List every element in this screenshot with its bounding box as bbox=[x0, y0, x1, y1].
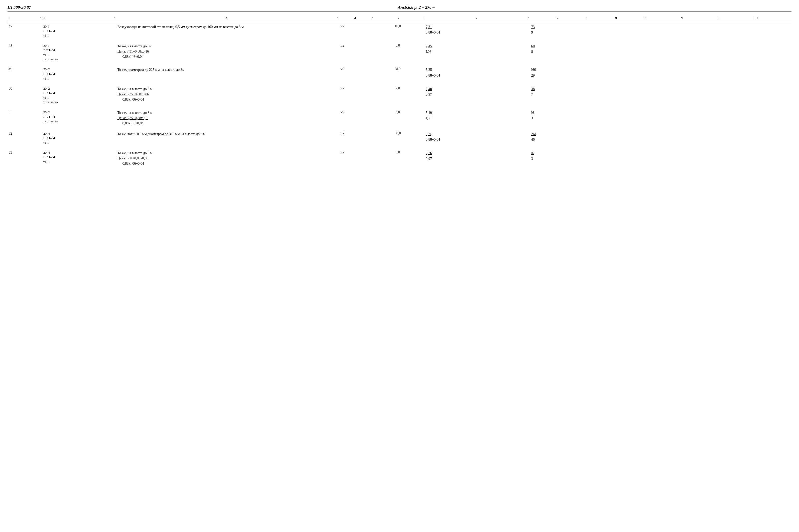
row-description: То же, на высоте до 8 мЦена: 5,35+0,88х0… bbox=[116, 108, 336, 128]
price-note: Цена: 5,35+0,88х0,06 bbox=[117, 92, 335, 97]
sep bbox=[336, 108, 339, 128]
col-header-6: 6 bbox=[425, 15, 527, 22]
price-bottom: 0,88+0,04 bbox=[426, 30, 526, 35]
table-row: 4820–IЭСН–84тI–Iтехн.частьТо же, на высо… bbox=[7, 41, 792, 64]
sep bbox=[113, 84, 116, 107]
row-total: 608 bbox=[530, 41, 585, 64]
row-number: 52 bbox=[7, 129, 39, 147]
sep bbox=[527, 22, 530, 40]
col-9-empty bbox=[647, 148, 718, 168]
col-10-empty bbox=[721, 148, 792, 168]
sep bbox=[113, 41, 116, 64]
row-price: 5,49I,06 bbox=[425, 108, 527, 128]
sep bbox=[527, 108, 530, 128]
price-top: 7,31 bbox=[426, 24, 526, 30]
total-bottom: 3 bbox=[531, 156, 584, 162]
total-bottom: 9 bbox=[531, 30, 584, 35]
row-description: То же, диаметром до 225 мм на высоте до … bbox=[116, 65, 336, 83]
price-top: 5,2I bbox=[426, 131, 526, 137]
row-qty: 3,0 bbox=[374, 108, 421, 128]
sep bbox=[527, 148, 530, 168]
sep bbox=[371, 41, 374, 64]
sep bbox=[585, 65, 588, 83]
desc-text: То же, на высоте до 8 м bbox=[117, 110, 335, 115]
row-description: То же, на высоте до 8мЦена: 7,31+0,88х0,… bbox=[116, 41, 336, 64]
row-unit: м2 bbox=[339, 84, 371, 107]
main-table: I : 2 : 3 : 4 : 5 : 6 : 7 : 8 : 9 : IO 4… bbox=[7, 15, 792, 168]
table-row: 5020–2ЭСН–84тI–Iтехн.частьТо же, на высо… bbox=[7, 84, 792, 107]
row-total: I63 bbox=[530, 108, 585, 128]
col-header-1: I bbox=[7, 15, 39, 22]
desc-text: То же, диаметром до 225 мм на высоте до … bbox=[117, 67, 335, 72]
sep bbox=[421, 65, 425, 83]
sep bbox=[585, 108, 588, 128]
sep bbox=[39, 148, 42, 168]
row-total: I63 bbox=[530, 148, 585, 168]
sep bbox=[336, 129, 339, 147]
code-line: техн.часть bbox=[43, 100, 112, 104]
col-sep-5: : bbox=[421, 15, 425, 22]
code-line: 20–I bbox=[43, 24, 112, 29]
row-unit: м2 bbox=[339, 129, 371, 147]
sep bbox=[113, 22, 116, 40]
col-header-8: 8 bbox=[588, 15, 643, 22]
row-price: 7,310,88+0,04 bbox=[425, 22, 527, 40]
sep bbox=[643, 22, 647, 40]
price-bottom: 0,88+0,04 bbox=[426, 137, 526, 142]
col-8-empty bbox=[588, 41, 643, 64]
code-line: 20–4 bbox=[43, 150, 112, 155]
price-bottom: 0,97 bbox=[426, 92, 526, 97]
code-line: техн.часть bbox=[43, 57, 112, 61]
row-number: 5I bbox=[7, 108, 39, 128]
col-8-empty bbox=[588, 22, 643, 40]
sep bbox=[39, 65, 42, 83]
col-10-empty bbox=[721, 41, 792, 64]
code-line: ЭСН–84 bbox=[43, 91, 112, 95]
sep bbox=[421, 22, 425, 40]
price-bottom: I,06 bbox=[426, 49, 526, 55]
code-line: тI–I bbox=[43, 160, 112, 164]
row-price: 5,350,88+0,04 bbox=[425, 65, 527, 83]
row-description: То же, на высоте до 6 мЦена: 5,35+0,88х0… bbox=[116, 84, 336, 107]
sep bbox=[39, 22, 42, 40]
sep bbox=[718, 65, 721, 83]
col-8-empty bbox=[588, 84, 643, 107]
price-bottom: 0,97 bbox=[426, 156, 526, 162]
code-line: 20–2 bbox=[43, 86, 112, 91]
total-top: 60 bbox=[531, 43, 584, 49]
table-row: 5320–4ЭСН–84тI–IТо же, на высоте до 6 мЦ… bbox=[7, 148, 792, 168]
table-row: 5220–4ЭСН–84тI–IТо же, толщ. 0,6 мм диам… bbox=[7, 129, 792, 147]
col-header-2: 2 bbox=[42, 15, 113, 22]
col-10-empty bbox=[721, 65, 792, 83]
code-line: 20–2 bbox=[43, 67, 112, 72]
sep bbox=[371, 129, 374, 147]
sep bbox=[39, 84, 42, 107]
sep bbox=[718, 129, 721, 147]
col-sep-6: : bbox=[527, 15, 530, 22]
code-line: тI–I bbox=[43, 76, 112, 81]
price-bottom: 0,88+0,04 bbox=[426, 73, 526, 78]
row-description: Воздуховоды из листовой стали толщ. 0,5 … bbox=[116, 22, 336, 40]
price-note2: 0,88хI,I6+0,04 bbox=[117, 120, 335, 126]
price-note: Цена: 5,2I+0,88х0,06 bbox=[117, 156, 335, 161]
total-top: I66 bbox=[531, 67, 584, 73]
row-number: 53 bbox=[7, 148, 39, 168]
col-8-empty bbox=[588, 65, 643, 83]
desc-text: То же, на высоте до 6 м bbox=[117, 150, 335, 156]
header-left: III 509-30.87 bbox=[7, 5, 31, 10]
row-codes: 20–4ЭСН–84тI–I bbox=[42, 129, 113, 147]
row-price: 5,260,97 bbox=[425, 148, 527, 168]
col-8-empty bbox=[588, 148, 643, 168]
sep bbox=[371, 84, 374, 107]
total-bottom: 7 bbox=[531, 92, 584, 97]
sep bbox=[527, 84, 530, 107]
sep bbox=[585, 148, 588, 168]
code-line: ЭСН–84 bbox=[43, 72, 112, 76]
total-bottom: 29 bbox=[531, 73, 584, 78]
row-codes: 20–2ЭСН–84техн.часть bbox=[42, 108, 113, 128]
sep bbox=[113, 129, 116, 147]
sep bbox=[718, 41, 721, 64]
sep bbox=[421, 84, 425, 107]
sep bbox=[421, 41, 425, 64]
col-header-4: 4 bbox=[339, 15, 371, 22]
